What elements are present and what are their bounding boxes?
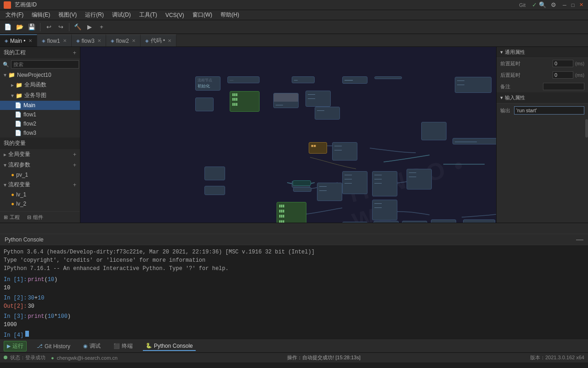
toolbar-search-btn[interactable]: 🔍 — [539, 2, 546, 8]
tree-item-flow2[interactable]: 📄 flow2 — [0, 119, 80, 128]
node-ms-1[interactable] — [421, 122, 447, 140]
tab-main[interactable]: ◈ Main • ✕ — [0, 34, 37, 46]
menu-debug[interactable]: 调试(D) — [108, 10, 135, 20]
tab-flow1[interactable]: ◈ flow1 ✕ — [37, 34, 72, 46]
run-button[interactable]: ▶ 运行 — [4, 341, 27, 351]
node-4[interactable]: —— — [342, 76, 368, 84]
node-mid-6[interactable]: —————— — [342, 171, 368, 194]
menu-view[interactable]: 视图(V) — [55, 10, 80, 20]
input-props-section[interactable]: ▾ 输入属性 — [497, 92, 588, 104]
post-delay-input[interactable] — [553, 71, 573, 79]
node-mid-5[interactable]: ———— — [317, 183, 342, 201]
node-mid-1[interactable]: ———— — [332, 142, 357, 161]
node-mid-7[interactable]: —————— — [372, 171, 397, 196]
pre-delay-input[interactable] — [553, 60, 573, 67]
tree-item-globalvars[interactable]: ▸ 全局变量 + — [0, 149, 80, 160]
tree-item-bizmap[interactable]: ▾ 📁 业务导图 — [0, 90, 80, 101]
node-b2[interactable]: ———— — [305, 91, 331, 107]
sidebar-tab-project[interactable]: ⊞ 工程 — [0, 212, 23, 223]
maximize-btn[interactable]: □ — [570, 2, 576, 8]
tree-item-newproject[interactable]: ▾ 📁 NewProject10 — [0, 70, 80, 80]
node-mid-8[interactable]: ———— — [372, 200, 397, 220]
add-globalvar-btn[interactable]: + — [73, 151, 76, 158]
tree-item-lv2[interactable]: ● lv_2 — [0, 199, 80, 208]
node-ms-bar[interactable]: —————— — [452, 138, 496, 144]
node-r7[interactable] — [431, 219, 456, 223]
toolbar-undo[interactable]: ↩ — [44, 22, 54, 32]
console-minimize-btn[interactable]: — — [576, 236, 583, 243]
menu-edit[interactable]: 编辑(E) — [28, 10, 54, 20]
node-teal-1[interactable] — [293, 180, 311, 186]
node-orange-1[interactable]: ■■ — [309, 142, 327, 154]
output-input[interactable] — [514, 106, 584, 115]
menu-vcs[interactable]: VCS(V) — [162, 11, 188, 19]
menu-tools[interactable]: 工具(T) — [136, 10, 161, 20]
node-5[interactable] — [374, 76, 402, 79]
tab-flow2[interactable]: ◈ flow2 ✕ — [106, 34, 141, 46]
sidebar-tab-component[interactable]: ⊟ 组件 — [23, 212, 47, 223]
tab-flow1-close[interactable]: ✕ — [63, 38, 67, 43]
menu-file[interactable]: 文件(F) — [2, 10, 27, 20]
project-add-btn[interactable]: + — [73, 49, 76, 56]
toolbar-redo[interactable]: ↪ — [56, 22, 66, 32]
node-2[interactable]: — — [227, 76, 260, 83]
tree-item-lv1[interactable]: ● lv_1 — [0, 190, 80, 199]
notes-input[interactable] — [543, 83, 584, 90]
tree-item-flow3[interactable]: 📄 flow3 — [0, 128, 80, 138]
tab-code[interactable]: ◈ 代码 • ✕ — [141, 34, 177, 46]
toolbar-open[interactable]: 📂 — [15, 22, 25, 32]
tree-item-main[interactable]: 📄 Main — [0, 101, 80, 110]
tree-item-globalfunc[interactable]: ▸ 📁 全局函数 — [0, 80, 80, 90]
node-r6[interactable] — [402, 221, 427, 223]
menu-run[interactable]: 运行(R) — [81, 10, 107, 20]
node-top-r1[interactable]: ———— — [455, 77, 492, 93]
minimize-btn[interactable]: ─ — [561, 2, 568, 8]
tab-flow3-close[interactable]: ✕ — [97, 38, 101, 43]
node-b4[interactable]: —— — [315, 107, 340, 120]
console-body[interactable]: Python 3.6.4 (heads/Develop-dirty:f73c22… — [0, 245, 588, 339]
toolbar-run-btn[interactable]: ▶ — [85, 22, 95, 32]
node-r4[interactable]: —— — [342, 222, 368, 223]
node-sm-1[interactable] — [293, 187, 311, 192]
add-flowparam-btn[interactable]: + — [73, 162, 76, 168]
tree-item-globalvars-label: 全局变量 — [8, 150, 30, 158]
right-panel-scroll — [497, 119, 588, 223]
search-input[interactable] — [11, 60, 79, 69]
toolbar-add[interactable]: + — [96, 22, 107, 32]
menu-help[interactable]: 帮助(H) — [217, 10, 243, 20]
node-mid-9[interactable]: ———— — [407, 169, 432, 190]
canvas-area[interactable]: TIANGO • WE TIANGO• WE — [80, 47, 496, 223]
add-flowvar-btn[interactable]: + — [73, 182, 76, 188]
node-mid-2[interactable] — [204, 167, 225, 180]
python-console-button[interactable]: 🐍 Python Console — [143, 342, 196, 351]
tree-item-flow1[interactable]: 📄 flow1 — [0, 110, 80, 119]
tree-item-flowvars[interactable]: ▾ 流程变量 + — [0, 179, 80, 190]
git-history-button[interactable]: ⎇ Git History — [34, 342, 73, 351]
toolbar-new[interactable]: 📄 — [3, 22, 13, 32]
debug-button[interactable]: ◉ 调试 — [80, 341, 103, 351]
menubar: 文件(F) 编辑(E) 视图(V) 运行(R) 调试(D) 工具(T) VCS(… — [0, 10, 588, 20]
node-3[interactable]: — — [292, 76, 315, 83]
toolbar-build[interactable]: 🔨 — [73, 22, 83, 32]
menu-window[interactable]: 窗口(W) — [189, 10, 216, 20]
right-panel-scrollbar[interactable] — [585, 119, 588, 138]
terminal-button[interactable]: ⬛ 终端 — [111, 341, 136, 351]
toolbar-save[interactable]: 💾 — [27, 22, 37, 32]
node-mid-3[interactable] — [204, 186, 225, 195]
tab-main-close[interactable]: ✕ — [28, 38, 32, 43]
tab-code-close[interactable]: ✕ — [168, 38, 171, 43]
toolbar-settings-btn[interactable]: ⚙ — [550, 2, 557, 8]
node-b1[interactable]: —— — [273, 93, 299, 108]
node-green-big[interactable]: ▮▮▮▮▮▮▮▮▮▮▮▮ — [277, 202, 306, 223]
tree-item-flowparams[interactable]: ▾ 流程参数 + — [0, 160, 80, 170]
node-r5[interactable] — [373, 221, 399, 223]
close-btn[interactable]: ✕ — [578, 2, 584, 8]
node-green-1[interactable]: ▮▮▮▮▮▮▮▮▮ — [230, 91, 260, 112]
node-r8[interactable]: —— — [463, 219, 495, 223]
console-in-4[interactable]: In [4] — [4, 331, 584, 339]
tab-flow3[interactable]: ◈ flow3 ✕ — [72, 34, 106, 46]
node-b3[interactable] — [195, 98, 214, 111]
tree-item-pv1[interactable]: ● pv_1 — [0, 170, 80, 179]
node-1[interactable]: 流程节点 初始化 — [195, 76, 220, 91]
tab-flow2-close[interactable]: ✕ — [132, 38, 136, 43]
